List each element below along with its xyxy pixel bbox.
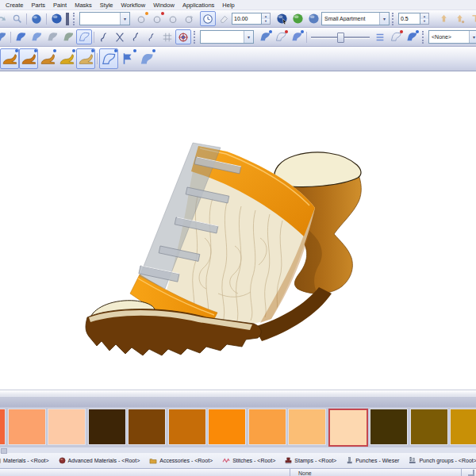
heel-pair-button[interactable] <box>13 29 29 44</box>
menu-style[interactable]: Style <box>96 2 117 9</box>
color-swatch[interactable] <box>248 409 286 445</box>
shoe-arrow-button[interactable] <box>257 29 273 44</box>
color-swatch[interactable] <box>410 409 448 445</box>
shoe-red-dot-button[interactable] <box>388 29 404 44</box>
globe-pick-button[interactable] <box>274 11 290 26</box>
menu-window[interactable]: Window <box>149 2 178 9</box>
tab-materials[interactable]: Materials - <Root> <box>0 457 54 464</box>
color-swatch[interactable] <box>288 409 326 445</box>
text-baseline-button[interactable] <box>467 11 476 26</box>
toolbar-grip[interactable] <box>73 13 77 25</box>
color-swatch[interactable] <box>8 409 46 445</box>
curve-combobox[interactable]: ▾ <box>200 30 254 44</box>
shoe-blue-button[interactable] <box>289 29 305 44</box>
spin-down-icon[interactable]: ▼ <box>420 19 428 25</box>
heel-pair-icon <box>15 31 27 43</box>
palette-header-bar[interactable] <box>0 396 476 407</box>
heel-wireframe-button[interactable] <box>76 29 92 44</box>
history-forward-button[interactable] <box>181 11 197 26</box>
shoe-blue2-button[interactable] <box>404 29 420 44</box>
chevron-down-icon[interactable]: ▾ <box>469 31 476 43</box>
menu-parts[interactable]: Parts <box>28 2 50 9</box>
toolbar-grip[interactable] <box>422 31 426 44</box>
color-swatch[interactable] <box>328 409 368 447</box>
tab-punches[interactable]: Punches - Wieser <box>341 457 404 464</box>
cross-curve-icon <box>114 32 125 43</box>
heel-pair-light-button[interactable] <box>29 29 44 44</box>
clock-button[interactable] <box>200 11 216 26</box>
heel-wire-blue-button[interactable] <box>99 48 118 69</box>
offset-input[interactable] <box>398 13 420 25</box>
history-button[interactable] <box>165 11 181 26</box>
color-swatch[interactable] <box>128 409 166 445</box>
cross-curve-button[interactable] <box>112 29 128 44</box>
heel-sage-button[interactable] <box>60 29 76 44</box>
none-combobox[interactable]: <None> ▾ <box>428 30 476 44</box>
heel-blue-button[interactable] <box>137 48 156 69</box>
flag-blue-button[interactable] <box>118 48 137 69</box>
text-up-button[interactable] <box>436 11 451 26</box>
slider-thumb[interactable] <box>337 33 344 43</box>
sandal-tan-button[interactable] <box>76 48 95 69</box>
red-dot <box>161 12 164 15</box>
transparency-slider[interactable] <box>311 31 370 43</box>
s-curve2-button[interactable] <box>128 29 144 44</box>
tab-accessories[interactable]: Accessories - <Root> <box>144 457 217 464</box>
globe-green-button[interactable] <box>290 11 305 26</box>
record-red-button[interactable] <box>149 11 165 26</box>
rows-button[interactable] <box>372 29 388 44</box>
heel-pair-light-icon <box>31 31 43 43</box>
globe-blue-button[interactable] <box>305 11 321 26</box>
menu-workflow[interactable]: Workflow <box>117 2 150 9</box>
menu-help[interactable]: Help <box>218 2 238 9</box>
clipped-shoe-button[interactable] <box>0 29 9 44</box>
chevron-down-icon[interactable]: ▾ <box>379 13 389 25</box>
menu-create[interactable]: Create <box>2 2 28 9</box>
resize-grip[interactable] <box>462 469 476 476</box>
menu-applications[interactable]: Applications <box>178 2 218 9</box>
chevron-down-icon[interactable]: ▾ <box>120 13 129 25</box>
s-curve3-button[interactable] <box>144 29 159 44</box>
tab-stitches[interactable]: Stitches - <Root> <box>217 457 280 464</box>
time-input[interactable] <box>232 13 262 25</box>
spin-down-icon[interactable]: ▼ <box>262 19 270 25</box>
color-swatch[interactable] <box>370 409 408 445</box>
compass-button[interactable] <box>175 29 191 44</box>
tab-stamps[interactable]: Stamps - <Root> <box>280 457 341 464</box>
color-swatch[interactable] <box>168 409 206 445</box>
sandal-orange2-button[interactable] <box>19 48 38 69</box>
web-button[interactable] <box>48 11 64 26</box>
color-swatch[interactable] <box>208 409 246 445</box>
environment-combobox[interactable]: Small Apartment ▾ <box>321 12 390 25</box>
model-viewport[interactable] <box>0 71 476 390</box>
toolbar-grip[interactable] <box>194 31 198 44</box>
heel-gray-button[interactable] <box>44 29 60 44</box>
color-swatch[interactable] <box>88 409 126 445</box>
search-combobox[interactable]: ▾ <box>79 12 130 25</box>
chevron-down-icon[interactable]: ▾ <box>244 31 253 43</box>
color-swatch[interactable] <box>450 409 476 445</box>
record-orange-button[interactable] <box>133 11 149 26</box>
menu-masks[interactable]: Masks <box>71 2 96 9</box>
grid-button[interactable] <box>159 29 175 44</box>
color-swatch[interactable] <box>48 409 86 445</box>
text-up-dot-button[interactable] <box>451 11 467 26</box>
s-curve-button[interactable] <box>96 29 112 44</box>
shoe-red-star-button[interactable] <box>273 29 289 44</box>
palette-scroll-nub[interactable] <box>1 448 7 454</box>
color-swatch[interactable] <box>0 409 6 445</box>
shoe-3d-model[interactable] <box>79 119 397 373</box>
sandal-gold-button[interactable] <box>57 48 76 69</box>
clipped-icon[interactable] <box>0 11 9 26</box>
toolbar-grip[interactable] <box>66 13 69 25</box>
clock-icon <box>202 13 213 25</box>
search-button[interactable] <box>9 11 25 26</box>
tab-punch-groups[interactable]: Punch groups - <Root> <box>404 457 476 464</box>
help-button[interactable] <box>29 11 44 26</box>
toolbar-grip[interactable] <box>392 13 396 25</box>
sandal-orange3-button[interactable] <box>38 48 57 69</box>
eraser-button[interactable] <box>216 11 232 26</box>
menu-paint[interactable]: Paint <box>49 2 71 9</box>
tab-advanced-materials[interactable]: Advanced Materials - <Root> <box>54 457 145 464</box>
sandal-orange-button[interactable] <box>0 48 19 69</box>
